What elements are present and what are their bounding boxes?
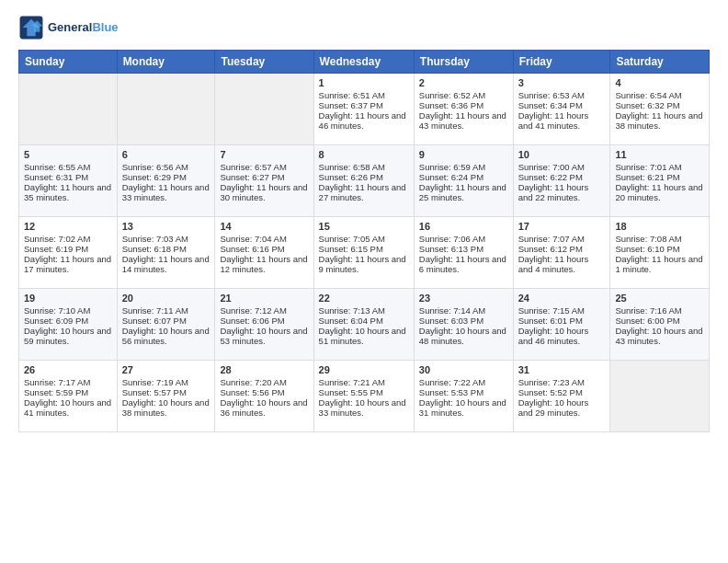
day-cell: 15Sunrise: 7:05 AMSunset: 6:15 PMDayligh… [313, 217, 414, 289]
day-number: 3 [518, 77, 606, 88]
day-cell: 27Sunrise: 7:19 AMSunset: 5:57 PMDayligh… [117, 361, 215, 432]
weekday-saturday: Saturday [610, 51, 710, 74]
day-number: 12 [24, 221, 112, 232]
day-info: Daylight: 11 hours and 33 minutes. [122, 182, 210, 202]
day-info: Sunrise: 6:56 AM [122, 162, 210, 172]
day-info: Sunrise: 7:13 AM [319, 305, 409, 316]
day-info: Daylight: 11 hours and 4 minutes. [518, 254, 606, 274]
day-info: Sunrise: 6:51 AM [319, 90, 409, 100]
page: GeneralBlue SundayMondayTuesdayWednesday… [0, 0, 728, 563]
day-info: Sunset: 6:34 PM [518, 100, 606, 110]
day-info: Sunset: 6:24 PM [419, 172, 508, 182]
day-cell [610, 361, 710, 432]
week-row-4: 19Sunrise: 7:10 AMSunset: 6:09 PMDayligh… [19, 289, 710, 361]
day-info: Daylight: 11 hours and 14 minutes. [122, 254, 210, 274]
day-info: Sunrise: 6:55 AM [24, 162, 112, 172]
day-info: Daylight: 11 hours and 22 minutes. [518, 182, 606, 202]
day-info: Daylight: 11 hours and 30 minutes. [220, 182, 308, 202]
day-info: Sunset: 6:21 PM [615, 172, 704, 182]
day-info: Daylight: 11 hours and 41 minutes. [518, 110, 606, 131]
day-cell: 26Sunrise: 7:17 AMSunset: 5:59 PMDayligh… [19, 361, 118, 432]
week-row-1: 1Sunrise: 6:51 AMSunset: 6:37 PMDaylight… [19, 74, 710, 145]
day-number: 29 [319, 364, 409, 375]
day-cell: 28Sunrise: 7:20 AMSunset: 5:56 PMDayligh… [215, 361, 313, 432]
day-info: Sunset: 5:57 PM [122, 387, 210, 397]
day-info: Sunrise: 6:53 AM [518, 90, 606, 100]
day-number: 18 [615, 221, 704, 232]
weekday-wednesday: Wednesday [313, 51, 414, 74]
day-info: Sunset: 6:26 PM [319, 172, 409, 182]
day-info: Sunset: 6:00 PM [615, 316, 704, 326]
weekday-tuesday: Tuesday [215, 51, 313, 74]
logo-icon [18, 15, 44, 40]
day-info: Daylight: 11 hours and 25 minutes. [419, 182, 508, 202]
weekday-friday: Friday [513, 51, 610, 74]
weekday-sunday: Sunday [19, 51, 118, 74]
day-info: Daylight: 10 hours and 36 minutes. [220, 397, 308, 418]
day-info: Sunset: 5:52 PM [518, 387, 606, 397]
logo: GeneralBlue [18, 15, 119, 40]
day-info: Daylight: 10 hours and 53 minutes. [220, 326, 308, 346]
day-cell: 21Sunrise: 7:12 AMSunset: 6:06 PMDayligh… [215, 289, 313, 361]
day-info: Sunset: 5:53 PM [419, 387, 508, 397]
day-info: Daylight: 10 hours and 48 minutes. [419, 326, 508, 346]
day-number: 28 [220, 364, 308, 375]
day-number: 13 [122, 221, 210, 232]
day-number: 20 [122, 293, 210, 304]
day-info: Sunset: 6:29 PM [122, 172, 210, 182]
day-info: Daylight: 11 hours and 35 minutes. [24, 182, 112, 202]
day-info: Sunrise: 7:00 AM [518, 162, 606, 172]
day-cell: 1Sunrise: 6:51 AMSunset: 6:37 PMDaylight… [313, 74, 414, 145]
day-number: 23 [419, 293, 508, 304]
logo-text: GeneralBlue [48, 20, 119, 35]
day-cell: 20Sunrise: 7:11 AMSunset: 6:07 PMDayligh… [117, 289, 215, 361]
day-number: 10 [518, 149, 606, 160]
day-info: Daylight: 10 hours and 41 minutes. [24, 397, 112, 418]
week-row-3: 12Sunrise: 7:02 AMSunset: 6:19 PMDayligh… [19, 217, 710, 289]
day-info: Sunrise: 6:52 AM [419, 90, 508, 100]
day-number: 17 [518, 221, 606, 232]
day-info: Sunrise: 7:01 AM [615, 162, 704, 172]
day-info: Sunset: 6:27 PM [220, 172, 308, 182]
weekday-monday: Monday [117, 51, 215, 74]
day-info: Sunrise: 7:17 AM [24, 377, 112, 387]
day-cell: 5Sunrise: 6:55 AMSunset: 6:31 PMDaylight… [19, 145, 118, 217]
day-info: Sunrise: 7:07 AM [518, 234, 606, 244]
day-info: Daylight: 10 hours and 43 minutes. [615, 326, 704, 346]
day-info: Sunrise: 7:20 AM [220, 377, 308, 387]
day-cell: 24Sunrise: 7:15 AMSunset: 6:01 PMDayligh… [513, 289, 610, 361]
day-info: Sunrise: 7:14 AM [419, 305, 508, 316]
day-info: Daylight: 11 hours and 43 minutes. [419, 110, 508, 131]
day-cell: 14Sunrise: 7:04 AMSunset: 6:16 PMDayligh… [215, 217, 313, 289]
day-info: Sunrise: 7:12 AM [220, 305, 308, 316]
weekday-thursday: Thursday [414, 51, 513, 74]
day-info: Daylight: 11 hours and 27 minutes. [319, 182, 409, 202]
day-number: 6 [122, 149, 210, 160]
day-info: Sunset: 6:36 PM [419, 100, 508, 110]
calendar: SundayMondayTuesdayWednesdayThursdayFrid… [18, 50, 710, 432]
day-number: 27 [122, 364, 210, 375]
day-cell: 6Sunrise: 6:56 AMSunset: 6:29 PMDaylight… [117, 145, 215, 217]
day-info: Sunset: 6:37 PM [319, 100, 409, 110]
day-info: Sunset: 6:16 PM [220, 244, 308, 254]
day-info: Daylight: 10 hours and 46 minutes. [518, 326, 606, 346]
day-info: Daylight: 10 hours and 31 minutes. [419, 397, 508, 418]
day-info: Sunset: 6:03 PM [419, 316, 508, 326]
day-info: Sunset: 6:31 PM [24, 172, 112, 182]
day-cell: 10Sunrise: 7:00 AMSunset: 6:22 PMDayligh… [513, 145, 610, 217]
day-cell: 18Sunrise: 7:08 AMSunset: 6:10 PMDayligh… [610, 217, 710, 289]
day-info: Sunrise: 7:15 AM [518, 305, 606, 316]
day-cell: 25Sunrise: 7:16 AMSunset: 6:00 PMDayligh… [610, 289, 710, 361]
day-info: Daylight: 11 hours and 20 minutes. [615, 182, 704, 202]
day-info: Sunrise: 7:22 AM [419, 377, 508, 387]
day-info: Daylight: 11 hours and 38 minutes. [615, 110, 704, 131]
day-info: Sunset: 6:22 PM [518, 172, 606, 182]
day-cell: 16Sunrise: 7:06 AMSunset: 6:13 PMDayligh… [414, 217, 513, 289]
week-row-2: 5Sunrise: 6:55 AMSunset: 6:31 PMDaylight… [19, 145, 710, 217]
day-info: Sunset: 6:19 PM [24, 244, 112, 254]
day-info: Sunrise: 7:16 AM [615, 305, 704, 316]
day-info: Sunset: 6:09 PM [24, 316, 112, 326]
week-row-5: 26Sunrise: 7:17 AMSunset: 5:59 PMDayligh… [19, 361, 710, 432]
day-info: Daylight: 10 hours and 51 minutes. [319, 326, 409, 346]
day-number: 31 [518, 364, 606, 375]
